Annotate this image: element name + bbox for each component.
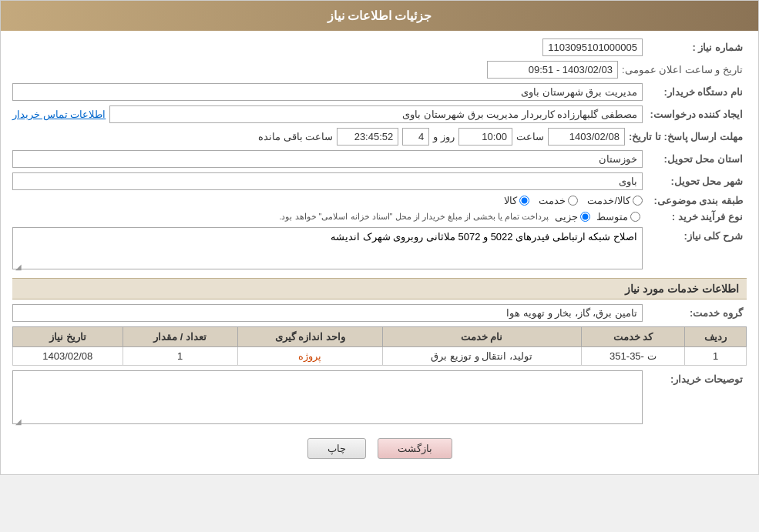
remaining-days-value: 4 (402, 128, 429, 146)
table-cell-4: 1 (123, 347, 237, 366)
buyer-org-value: مدیریت برق شهرستان باوی (12, 83, 643, 101)
col-date: تاریخ نیاز (13, 327, 123, 347)
purchase-type-medium-radio[interactable] (630, 212, 640, 222)
category-goods-label: کالا (504, 195, 517, 206)
table-cell-0: 1 (685, 347, 747, 366)
category-goods-service-radio[interactable] (633, 196, 643, 206)
requester-label: ایجاد کننده درخواست: (646, 109, 747, 120)
col-quantity: تعداد / مقدار (123, 327, 237, 347)
category-service-label: خدمت (539, 195, 566, 206)
need-desc-label: شرح کلی نیاز: (646, 230, 747, 242)
category-label: طبقه بندی موضوعی: (646, 195, 747, 206)
table-cell-1: ت -35-351 (581, 347, 685, 366)
category-service-radio[interactable] (568, 196, 578, 206)
buyer-notes-label: توصیحات خریدار: (646, 373, 747, 385)
reply-time-value: 10:00 (458, 128, 512, 146)
page-title: جزئیات اطلاعات نیاز (1, 1, 758, 31)
category-goods-radio[interactable] (519, 196, 529, 206)
reply-time-label: ساعت (516, 131, 544, 142)
table-row: 1ت -35-351تولید، انتقال و توزیع برقپروژه… (13, 347, 747, 366)
back-button[interactable]: بازگشت (378, 438, 452, 459)
purchase-type-note: پرداخت تمام یا بخشی از مبلغ خریدار از مح… (279, 212, 549, 222)
category-radio-group: کالا/خدمت خدمت کالا (504, 195, 643, 206)
buyer-notes-textarea[interactable] (12, 370, 643, 424)
reply-date-value: 1403/02/08 (548, 128, 625, 146)
resize-handle-notes: ◢ (12, 417, 22, 427)
announce-date-value: 1403/02/03 - 09:51 (487, 61, 618, 79)
reply-deadline-label: مهلت ارسال پاسخ: تا تاریخ: (629, 131, 747, 142)
need-desc-textarea[interactable] (12, 227, 643, 269)
category-goods-service-label: کالا/خدمت (587, 195, 630, 206)
services-table: ردیف کد خدمت نام خدمت واحد اندازه گیری ت… (12, 326, 747, 366)
requester-value: مصطفی گلبهارزاده کاربردار مدیریت برق شهر… (109, 105, 643, 123)
province-label: استان محل تحویل: (646, 153, 747, 165)
resize-handle: ◢ (12, 263, 22, 272)
need-number-value: 1103095101000005 (542, 38, 643, 56)
col-row: ردیف (685, 327, 747, 347)
need-number-label: شماره نیاز : (646, 42, 747, 53)
col-code: کد خدمت (581, 327, 685, 347)
print-button[interactable]: چاپ (307, 438, 366, 459)
purchase-type-label: نوع فرآیند خرید : (646, 211, 747, 223)
province-value: خوزستان (12, 150, 643, 168)
purchase-type-medium-label: متوسط (596, 211, 628, 223)
buyer-org-label: نام دستگاه خریدار: (646, 86, 747, 98)
service-group-value: تامین برق، گاز، بخار و تهویه هوا (12, 304, 643, 322)
city-value: باوی (12, 172, 643, 190)
table-cell-2: تولید، انتقال و توزیع برق (382, 347, 581, 366)
service-group-label: گروه خدمت: (646, 307, 747, 319)
purchase-type-partial-label: جزیی (555, 211, 578, 223)
table-cell-3: پروژه (237, 347, 382, 366)
remaining-time-value: 23:45:52 (337, 128, 398, 146)
city-label: شهر محل تحویل: (646, 176, 747, 187)
remaining-time-label: ساعت باقی مانده (258, 131, 333, 142)
table-cell-5: 1403/02/08 (13, 347, 123, 366)
requester-contact-link[interactable]: اطلاعات تماس خریدار (12, 109, 106, 120)
remaining-days-label: روز و (433, 131, 455, 142)
col-unit: واحد اندازه گیری (237, 327, 382, 347)
services-section-title: اطلاعات خدمات مورد نیاز (12, 278, 747, 299)
announce-date-label: تاریخ و ساعت اعلان عمومی: (622, 64, 747, 75)
purchase-type-partial-radio[interactable] (580, 212, 590, 222)
button-row: بازگشت چاپ (12, 438, 747, 459)
col-name: نام خدمت (382, 327, 581, 347)
